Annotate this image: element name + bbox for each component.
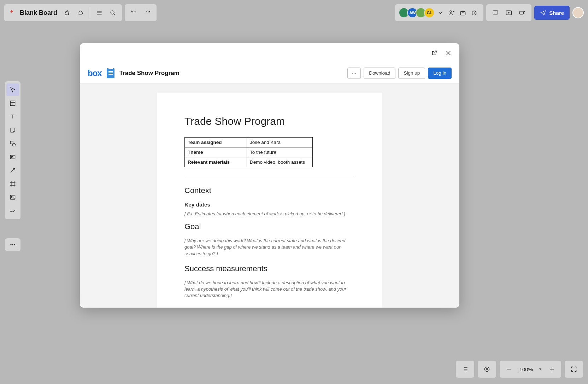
topbar: Blank Board AW GL <box>4 4 584 21</box>
download-button[interactable]: Download <box>364 68 395 79</box>
svg-point-17 <box>352 73 353 74</box>
subsection-heading: Key dates <box>184 202 355 208</box>
table-row: Team assigned Jose and Kara <box>185 138 313 147</box>
chevron-down-icon[interactable] <box>435 7 446 18</box>
svg-rect-7 <box>10 101 15 105</box>
redo-icon[interactable] <box>142 7 153 18</box>
frame-tool-icon[interactable] <box>6 178 19 190</box>
pointer-tool-icon[interactable] <box>6 83 19 96</box>
svg-point-13 <box>11 244 12 245</box>
pen-tool-icon[interactable] <box>6 204 19 217</box>
login-button[interactable]: Log in <box>428 68 452 79</box>
svg-rect-6 <box>520 11 524 14</box>
current-user-avatar[interactable] <box>572 7 584 18</box>
card-tool-icon[interactable] <box>6 151 19 163</box>
zoom-out-icon[interactable] <box>503 363 514 375</box>
divider <box>184 176 355 176</box>
section-heading: Context <box>184 186 355 195</box>
left-toolbar <box>5 81 20 219</box>
svg-point-18 <box>354 73 354 74</box>
template-tool-icon[interactable] <box>6 97 19 110</box>
table-cell-key: Team assigned <box>185 138 247 147</box>
comment-icon[interactable] <box>490 7 501 18</box>
cloud-status-icon[interactable] <box>75 7 86 18</box>
table-cell-value: Demo video, booth assets <box>247 157 313 167</box>
table-row: Theme To the future <box>185 147 313 157</box>
apps-icon[interactable] <box>457 7 469 18</box>
table-row: Relevant materials Demo video, booth ass… <box>185 157 313 167</box>
box-logo[interactable]: box <box>88 68 102 78</box>
table-cell-value: To the future <box>247 147 313 157</box>
video-icon[interactable] <box>517 7 528 18</box>
svg-rect-4 <box>493 11 498 14</box>
app-logo-icon[interactable] <box>8 9 16 17</box>
svg-rect-11 <box>10 195 15 199</box>
doc-heading: Trade Show Program <box>184 115 355 127</box>
map-icon[interactable] <box>481 363 493 375</box>
undo-icon[interactable] <box>128 7 140 18</box>
placeholder-text: [ Ex. Estimates for when each element of… <box>184 211 355 217</box>
document-viewport[interactable]: Trade Show Program Team assigned Jose an… <box>80 83 459 308</box>
fullscreen-icon[interactable] <box>568 363 580 375</box>
placeholder-text: [ Why are we doing this work? What is th… <box>184 238 355 257</box>
svg-point-1 <box>450 11 452 12</box>
zoom-dropdown-icon[interactable] <box>538 363 543 375</box>
modal-topbar <box>80 43 459 63</box>
box-preview-modal: box Trade Show Program Download Sign up … <box>80 43 459 308</box>
collaborators-group: AW GL <box>395 4 483 21</box>
gdoc-icon <box>107 68 114 78</box>
box-header: box Trade Show Program Download Sign up … <box>80 63 459 83</box>
image-tool-icon[interactable] <box>6 191 19 204</box>
svg-rect-2 <box>461 12 465 15</box>
box-actions: Download Sign up Log in <box>347 68 452 79</box>
shape-tool-icon[interactable] <box>6 137 19 150</box>
svg-point-14 <box>12 244 13 245</box>
avatar-stack[interactable]: AW GL <box>399 7 435 18</box>
menu-icon[interactable] <box>94 7 105 18</box>
svg-point-19 <box>355 73 356 74</box>
bottom-controls: 100% <box>456 361 583 378</box>
svg-rect-8 <box>10 141 13 144</box>
svg-point-15 <box>14 244 15 245</box>
section-heading: Success measurements <box>184 264 355 273</box>
svg-point-0 <box>111 11 114 14</box>
table-cell-key: Relevant materials <box>185 157 247 167</box>
section-heading: Goal <box>184 222 355 231</box>
table-cell-key: Theme <box>185 147 247 157</box>
invite-icon[interactable] <box>446 7 457 18</box>
zoom-in-icon[interactable] <box>546 363 558 375</box>
svg-rect-10 <box>10 155 15 159</box>
share-label: Share <box>549 10 564 16</box>
placeholder-text: [ What do we hope to learn and how? Incl… <box>184 280 355 299</box>
board-title-group: Blank Board <box>4 4 122 21</box>
arrow-tool-icon[interactable] <box>6 164 19 177</box>
board-title[interactable]: Blank Board <box>18 9 59 17</box>
zoom-value[interactable]: 100% <box>518 366 534 372</box>
zoom-controls: 100% <box>500 361 561 378</box>
signup-button[interactable]: Sign up <box>398 68 425 79</box>
sticky-tool-icon[interactable] <box>6 124 19 136</box>
close-icon[interactable] <box>445 49 452 57</box>
avatar[interactable]: GL <box>424 7 435 18</box>
open-external-icon[interactable] <box>430 49 438 57</box>
timer-icon[interactable] <box>469 7 480 18</box>
search-icon[interactable] <box>107 7 118 18</box>
svg-point-9 <box>12 143 15 146</box>
share-button[interactable]: Share <box>534 6 570 20</box>
info-table: Team assigned Jose and Kara Theme To the… <box>184 137 313 167</box>
media-group <box>486 4 531 21</box>
fullscreen-group <box>565 361 583 378</box>
document-page: Trade Show Program Team assigned Jose an… <box>157 93 382 308</box>
history-group <box>125 4 157 21</box>
topbar-right: AW GL Share <box>395 4 584 21</box>
list-view-icon[interactable] <box>459 363 471 375</box>
more-tools-icon[interactable] <box>5 238 20 251</box>
map-toggle <box>478 361 496 378</box>
star-icon[interactable] <box>61 7 73 18</box>
divider <box>90 8 90 18</box>
file-options-button[interactable] <box>347 68 361 79</box>
present-icon[interactable] <box>503 7 514 18</box>
view-switcher <box>456 361 474 378</box>
table-cell-value: Jose and Kara <box>247 138 313 147</box>
text-tool-icon[interactable] <box>6 110 19 123</box>
